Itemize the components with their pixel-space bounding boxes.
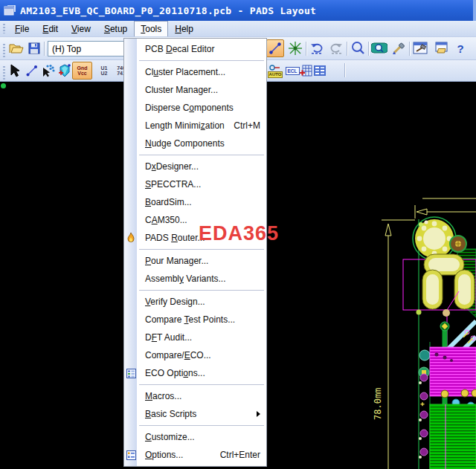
origin-marker: [1, 83, 6, 88]
menu-item-pcb-decal-editor[interactable]: PCB Decal Editor: [124, 40, 266, 58]
menu-separator: [124, 288, 266, 293]
redo-button[interactable]: [327, 39, 345, 57]
toolbar-grip[interactable]: [3, 66, 5, 81]
zoom-button[interactable]: [349, 39, 367, 57]
autorouter-icon: AUTO: [268, 63, 283, 78]
menu-separator: [124, 58, 266, 63]
pad-column: [419, 374, 428, 459]
measure-line-icon: [268, 42, 282, 55]
menu-item-compare-test-points[interactable]: Compare Test Points...: [124, 311, 266, 329]
options-icon: [126, 450, 136, 460]
route-button[interactable]: [23, 62, 41, 80]
menu-item-dxdesigner[interactable]: DxDesigner...: [124, 158, 266, 175]
tool-properties-button[interactable]: [411, 39, 429, 57]
menu-item-options[interactable]: Options...Ctrl+Enter: [124, 446, 266, 464]
undo-icon: [309, 42, 324, 55]
menu-item-length-minimization[interactable]: Length MinimizationCtrl+M: [124, 117, 266, 135]
toolbar-separator: [44, 42, 45, 56]
route-icon: [25, 64, 39, 77]
menu-item-label: Assembly Variants...: [145, 274, 225, 284]
small-pad: [416, 310, 422, 315]
toolbar-separator: [368, 42, 369, 56]
via-button[interactable]: [56, 62, 74, 80]
test-point-pad: [419, 350, 430, 360]
nets-gnd-vcc-button[interactable]: Gnd Vcc: [72, 62, 92, 80]
menu-item-disperse-components[interactable]: Disperse Components: [124, 99, 266, 117]
toolbar-grip[interactable]: [3, 44, 5, 59]
refresh-button[interactable]: [390, 39, 408, 57]
menu-item-cluster-manager[interactable]: Cluster Manager...: [124, 81, 266, 99]
menu-item-label: DFT Audit...: [145, 332, 192, 343]
spreadsheet-button[interactable]: [311, 62, 329, 80]
menu-item-basic-scripts[interactable]: Basic Scripts: [124, 405, 266, 423]
copper-pour-green: [430, 404, 476, 469]
menu-separator: [124, 423, 266, 428]
toolbar-grip[interactable]: [3, 24, 5, 33]
menubar-item-edit[interactable]: Edit: [36, 21, 65, 36]
menu-item-label: BoardSim...: [145, 197, 192, 207]
menu-bar: FileEditViewSetupToolsHelp: [0, 21, 476, 37]
menu-item-label: PADS Router...: [145, 233, 205, 243]
open-file-button[interactable]: [7, 39, 25, 57]
tools-menu: PCB Decal EditorCluster Placement...Clus…: [123, 38, 267, 467]
measure-line-button[interactable]: [266, 39, 284, 57]
redo-icon: [329, 42, 344, 55]
save-button[interactable]: [25, 39, 43, 57]
cascade-window-icon: [433, 42, 448, 55]
menubar-item-file[interactable]: File: [8, 21, 36, 36]
menu-item-shortcut: Ctrl+Enter: [213, 450, 260, 460]
flame-icon: [126, 233, 136, 243]
multi-select-button[interactable]: [39, 62, 57, 80]
menu-item-eco-options[interactable]: ECO Options...: [124, 364, 266, 382]
board-zoom-icon: [371, 42, 387, 54]
tool-window-icon: [413, 42, 428, 55]
menu-item-nudge-components[interactable]: Nudge Components: [124, 135, 266, 152]
thru-pad: [450, 236, 466, 252]
menu-item-boardsim[interactable]: BoardSim...: [124, 193, 266, 211]
pcb-view: 78.0mm: [368, 190, 476, 469]
menu-item-verify-design[interactable]: Verify Design...: [124, 293, 266, 311]
small-pad: [425, 221, 428, 224]
menu-item-label: Cluster Manager...: [145, 85, 218, 95]
menu-item-pour-manager[interactable]: Pour Manager...: [124, 252, 266, 270]
ref-designators-button[interactable]: U1 U2: [95, 62, 113, 80]
save-icon: [28, 42, 40, 54]
submenu-arrow-icon: [257, 411, 260, 417]
menubar-item-setup[interactable]: Setup: [97, 21, 134, 36]
open-file-icon: [9, 43, 24, 54]
menu-separator: [124, 247, 266, 252]
title-bar[interactable]: AM2103_EVB_QC_BOARD_P0_20110718.pcb - PA…: [0, 0, 476, 21]
tools-menu-items: PCB Decal EditorCluster Placement...Clus…: [124, 40, 266, 464]
toolbar-separator: [347, 42, 347, 56]
watermark: EDA365: [199, 224, 279, 244]
menu-item-assembly-variants[interactable]: Assembly Variants...: [124, 270, 266, 288]
menubar-item-view[interactable]: View: [65, 21, 97, 36]
help-button[interactable]: ?: [451, 39, 469, 57]
menu-item-specctra[interactable]: SPECCTRA...: [124, 175, 266, 193]
menu-item-label: SPECCTRA...: [145, 179, 201, 190]
menu-item-label: Verify Design...: [145, 297, 205, 307]
dimension-label: 78.0mm: [373, 388, 383, 420]
small-pad: [419, 222, 423, 227]
menu-item-label: Basic Scripts: [145, 409, 196, 419]
fanout-button[interactable]: [286, 39, 304, 57]
menu-separator: [124, 152, 266, 158]
menu-item-macros[interactable]: Macros...: [124, 387, 266, 405]
menu-item-label: Cluster Placement...: [145, 67, 225, 77]
menu-item-customize[interactable]: Customize...: [124, 428, 266, 446]
menu-item-label: Disperse Components: [145, 103, 234, 113]
menu-item-label: Customize...: [145, 432, 195, 442]
menu-item-label: Macros...: [145, 391, 181, 401]
menu-item-compare-eco[interactable]: Compare/ECO...: [124, 346, 266, 364]
undo-button[interactable]: [308, 39, 326, 57]
board-zoom-button[interactable]: [370, 39, 388, 57]
fanout-icon: [288, 41, 303, 56]
menu-item-label: ECO Options...: [145, 368, 205, 378]
menubar-item-tools[interactable]: Tools: [134, 21, 168, 36]
project-explorer-button[interactable]: [431, 39, 449, 57]
select-button[interactable]: [6, 62, 24, 80]
autorouter-button[interactable]: AUTO: [266, 62, 284, 80]
menu-item-cluster-placement[interactable]: Cluster Placement...: [124, 63, 266, 81]
menubar-item-help[interactable]: Help: [168, 21, 200, 36]
menu-item-dft-audit[interactable]: DFT Audit...: [124, 329, 266, 346]
